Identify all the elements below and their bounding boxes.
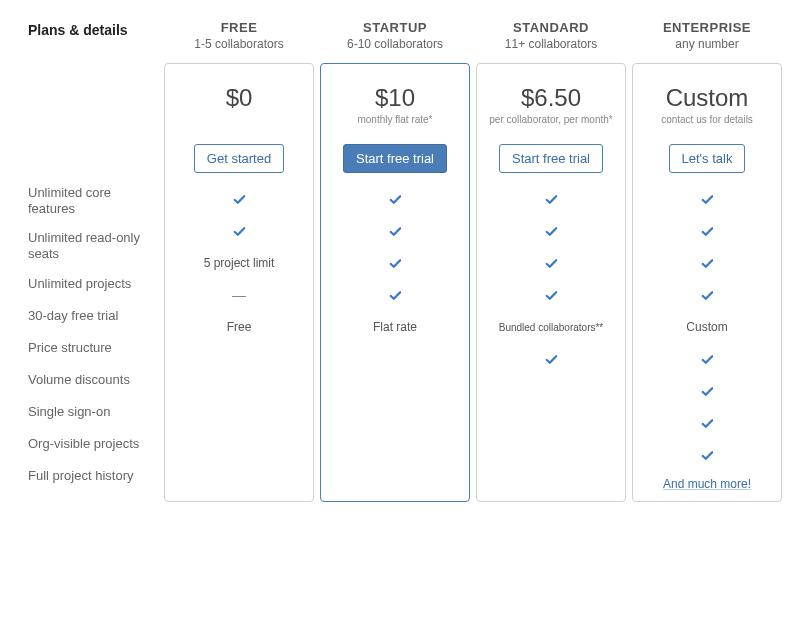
cta-startup-button[interactable]: Start free trial bbox=[343, 144, 447, 173]
feature-cell bbox=[321, 247, 469, 279]
feature-cell bbox=[633, 279, 781, 311]
plan-subtitle: 6-10 collaborators bbox=[320, 37, 470, 51]
feature-cell bbox=[321, 407, 469, 439]
feature-cell bbox=[165, 215, 313, 247]
plan-price: Custom bbox=[641, 84, 773, 112]
plan-subtitle: any number bbox=[632, 37, 782, 51]
plan-name: STANDARD bbox=[476, 20, 626, 35]
check-icon bbox=[700, 416, 715, 431]
feature-label: Unlimited projects bbox=[28, 268, 158, 300]
feature-cell bbox=[165, 343, 313, 375]
plan-head-free: FREE 1-5 collaborators bbox=[164, 20, 314, 51]
check-icon bbox=[388, 224, 403, 239]
feature-cell bbox=[165, 407, 313, 439]
plan-head-enterprise: ENTERPRISE any number bbox=[632, 20, 782, 51]
check-icon bbox=[544, 192, 559, 207]
feature-cell bbox=[633, 343, 781, 375]
check-icon bbox=[544, 224, 559, 239]
cta-enterprise-button[interactable]: Let's talk bbox=[669, 144, 746, 173]
check-icon bbox=[700, 192, 715, 207]
check-icon bbox=[700, 384, 715, 399]
check-icon bbox=[700, 448, 715, 463]
cta-free-button[interactable]: Get started bbox=[194, 144, 284, 173]
plan-price-caption bbox=[173, 114, 305, 126]
feature-cell bbox=[165, 375, 313, 407]
plan-price: $10 bbox=[329, 84, 461, 112]
feature-cell bbox=[321, 215, 469, 247]
feature-label: Org-visible projects bbox=[28, 428, 158, 460]
check-icon bbox=[232, 224, 247, 239]
feature-cell bbox=[477, 407, 625, 439]
feature-labels-column: Unlimited core features Unlimited read-o… bbox=[28, 63, 158, 502]
feature-cell bbox=[633, 247, 781, 279]
feature-label: Unlimited read-only seats bbox=[28, 224, 158, 269]
dash-icon: — bbox=[232, 287, 246, 303]
plan-name: STARTUP bbox=[320, 20, 470, 35]
check-icon bbox=[700, 256, 715, 271]
feature-cell: Bundled collaborators** bbox=[477, 311, 625, 343]
feature-cell bbox=[321, 183, 469, 215]
feature-cell bbox=[321, 343, 469, 375]
feature-cell bbox=[477, 279, 625, 311]
feature-cell bbox=[633, 183, 781, 215]
cta-standard-button[interactable]: Start free trial bbox=[499, 144, 603, 173]
plan-price-caption: contact us for details bbox=[641, 114, 773, 126]
feature-cell: 5 project limit bbox=[165, 247, 313, 279]
plan-subtitle: 1-5 collaborators bbox=[164, 37, 314, 51]
feature-cell: Free bbox=[165, 311, 313, 343]
feature-cell bbox=[321, 279, 469, 311]
check-icon bbox=[544, 256, 559, 271]
plan-card-enterprise: Custom contact us for details Let's talk… bbox=[632, 63, 782, 502]
check-icon bbox=[388, 288, 403, 303]
plan-price: $0 bbox=[173, 84, 305, 112]
feature-cell bbox=[477, 247, 625, 279]
plan-card-startup: $10 monthly flat rate* Start free trial … bbox=[320, 63, 470, 502]
plan-subtitle: 11+ collaborators bbox=[476, 37, 626, 51]
check-icon bbox=[700, 288, 715, 303]
plan-price-caption: monthly flat rate* bbox=[329, 114, 461, 126]
feature-label: Price structure bbox=[28, 332, 158, 364]
plans-heading: Plans & details bbox=[28, 20, 158, 38]
plan-card-free: $0 Get started 5 project limit — Free bbox=[164, 63, 314, 502]
check-icon bbox=[388, 192, 403, 207]
plan-head-startup: STARTUP 6-10 collaborators bbox=[320, 20, 470, 51]
check-icon bbox=[544, 352, 559, 367]
feature-label: 30-day free trial bbox=[28, 300, 158, 332]
feature-label: Volume discounts bbox=[28, 364, 158, 396]
pricing-header-row: Plans & details FREE 1-5 collaborators S… bbox=[28, 20, 772, 51]
check-icon bbox=[700, 352, 715, 367]
plan-price-caption: per collaborator, per month* bbox=[485, 114, 617, 126]
feature-cell bbox=[633, 375, 781, 407]
check-icon bbox=[544, 288, 559, 303]
feature-cell bbox=[477, 343, 625, 375]
feature-cell bbox=[477, 375, 625, 407]
check-icon bbox=[700, 224, 715, 239]
feature-label: Full project history bbox=[28, 460, 158, 492]
feature-cell bbox=[165, 439, 313, 471]
plan-name: FREE bbox=[164, 20, 314, 35]
feature-cell bbox=[321, 375, 469, 407]
feature-cell bbox=[321, 439, 469, 471]
plan-card-standard: $6.50 per collaborator, per month* Start… bbox=[476, 63, 626, 502]
pricing-grid: Unlimited core features Unlimited read-o… bbox=[28, 63, 772, 502]
more-features-link[interactable]: And much more! bbox=[633, 471, 781, 501]
check-icon bbox=[388, 256, 403, 271]
feature-cell bbox=[633, 215, 781, 247]
feature-cell bbox=[477, 215, 625, 247]
feature-cell: Flat rate bbox=[321, 311, 469, 343]
feature-cell bbox=[477, 439, 625, 471]
feature-label: Unlimited core features bbox=[28, 179, 158, 224]
feature-cell bbox=[165, 183, 313, 215]
feature-cell bbox=[477, 183, 625, 215]
feature-cell bbox=[633, 407, 781, 439]
feature-cell: — bbox=[165, 279, 313, 311]
plan-price: $6.50 bbox=[485, 84, 617, 112]
feature-cell: Custom bbox=[633, 311, 781, 343]
plan-head-standard: STANDARD 11+ collaborators bbox=[476, 20, 626, 51]
check-icon bbox=[232, 192, 247, 207]
feature-label: Single sign-on bbox=[28, 396, 158, 428]
plan-name: ENTERPRISE bbox=[632, 20, 782, 35]
feature-cell bbox=[633, 439, 781, 471]
